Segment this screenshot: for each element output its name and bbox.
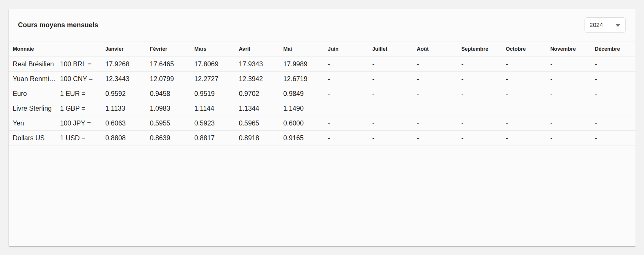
rate-value: - (417, 105, 461, 112)
rate-value: 1.1133 (105, 105, 150, 112)
rate-value: 17.9268 (105, 60, 150, 68)
table-row: Euro1 EUR =0.95920.94580.95190.97020.984… (9, 86, 636, 101)
rate-value: 12.6719 (283, 75, 328, 83)
month-header: Juillet (372, 46, 417, 52)
rate-value: - (372, 105, 417, 112)
rate-value: 0.8639 (150, 134, 194, 142)
rate-value: - (417, 134, 461, 142)
rate-value: - (417, 60, 461, 68)
rate-value: 17.9989 (283, 60, 328, 68)
currency-name: Dollars US (13, 134, 60, 142)
currency-name: Real Brésilien (13, 60, 60, 68)
rate-value: 0.8808 (105, 134, 150, 142)
rate-value: - (417, 75, 461, 83)
rate-value: 0.5923 (194, 119, 239, 127)
month-header: Novembre (550, 46, 595, 52)
rate-value: 0.8817 (194, 134, 239, 142)
currency-name: Livre Sterling (13, 105, 60, 112)
rate-value: - (328, 134, 372, 142)
rate-value: 1.0983 (150, 105, 194, 112)
rates-table: Monnaie JanvierFévrierMarsAvrilMaiJuinJu… (9, 41, 636, 145)
rate-value: - (595, 134, 636, 142)
rate-value: - (550, 119, 595, 127)
rate-value: 1.1144 (194, 105, 239, 112)
rate-value: - (461, 60, 506, 68)
page: Cours moyens mensuels 2024 Monnaie Janvi… (0, 0, 644, 255)
rate-value: - (328, 105, 372, 112)
month-header: Juin (328, 46, 372, 52)
year-select[interactable]: 2024 (585, 17, 626, 33)
rate-value: - (550, 60, 595, 68)
rate-value: 0.9458 (150, 90, 194, 98)
chevron-down-icon (615, 24, 621, 27)
month-header: Septembre (461, 46, 506, 52)
rate-value: - (506, 105, 550, 112)
rate-value: 0.5955 (150, 119, 194, 127)
rate-value: - (328, 90, 372, 98)
currency-unit: 100 BRL = (60, 60, 105, 68)
table-row: Real Brésilien100 BRL =17.926817.646517.… (9, 57, 636, 72)
rate-value: 0.6063 (105, 119, 150, 127)
table-row: Livre Sterling1 GBP =1.11331.09831.11441… (9, 101, 636, 116)
rate-value: 0.9165 (283, 134, 328, 142)
currency-name: Yen (13, 119, 60, 127)
rate-value: - (328, 119, 372, 127)
rate-value: - (506, 60, 550, 68)
month-header: Mars (194, 46, 239, 52)
currency-unit: 1 EUR = (60, 90, 105, 98)
rate-value: 12.2727 (194, 75, 239, 83)
rate-value: - (550, 134, 595, 142)
month-header: Mai (283, 46, 328, 52)
rate-value: 17.6465 (150, 60, 194, 68)
rate-value: - (461, 134, 506, 142)
rate-value: 0.9702 (239, 90, 283, 98)
rate-value: 12.3443 (105, 75, 150, 83)
rate-value: - (506, 134, 550, 142)
rate-value: - (595, 60, 636, 68)
rate-value: - (595, 75, 636, 83)
table-header-row: Monnaie JanvierFévrierMarsAvrilMaiJuinJu… (9, 41, 636, 57)
month-header: Décembre (595, 46, 636, 52)
rate-value: 1.1490 (283, 105, 328, 112)
rate-value: - (595, 105, 636, 112)
year-select-value: 2024 (589, 21, 603, 28)
card-header: Cours moyens mensuels 2024 (9, 9, 636, 41)
rate-value: - (372, 134, 417, 142)
rate-value: 1.1344 (239, 105, 283, 112)
month-header: Août (417, 46, 461, 52)
rate-value: - (550, 105, 595, 112)
rate-value: - (595, 119, 636, 127)
rate-value: 17.9343 (239, 60, 283, 68)
currency-unit: 1 USD = (60, 134, 105, 142)
rate-value: - (461, 90, 506, 98)
rate-value: 0.9849 (283, 90, 328, 98)
table-row: Yuan Renmin…100 CNY =12.344312.079912.27… (9, 72, 636, 86)
currency-unit: 1 GBP = (60, 105, 105, 112)
rate-value: - (372, 90, 417, 98)
currency-name: Euro (13, 90, 60, 98)
rate-value: 12.0799 (150, 75, 194, 83)
rate-value: 17.8069 (194, 60, 239, 68)
rate-value: 12.3942 (239, 75, 283, 83)
month-header: Février (150, 46, 194, 52)
rate-value: 0.8918 (239, 134, 283, 142)
card-title: Cours moyens mensuels (18, 21, 98, 29)
rate-value: 0.9519 (194, 90, 239, 98)
rate-value: - (328, 75, 372, 83)
column-header-monnaie: Monnaie (13, 46, 60, 52)
rate-value: - (461, 119, 506, 127)
rate-value: - (372, 119, 417, 127)
rate-value: - (417, 119, 461, 127)
monthly-rates-card: Cours moyens mensuels 2024 Monnaie Janvi… (9, 9, 636, 246)
currency-name: Yuan Renmin… (13, 75, 60, 83)
rate-value: - (417, 90, 461, 98)
rate-value: - (372, 75, 417, 83)
month-header: Octobre (506, 46, 550, 52)
table-row: Yen100 JPY =0.60630.59550.59230.59650.60… (9, 116, 636, 131)
rate-value: - (461, 75, 506, 83)
month-header: Janvier (105, 46, 150, 52)
rate-value: 0.6000 (283, 119, 328, 127)
table-row: Dollars US1 USD =0.88080.86390.88170.891… (9, 131, 636, 145)
rate-value: - (506, 75, 550, 83)
rate-value: - (372, 60, 417, 68)
